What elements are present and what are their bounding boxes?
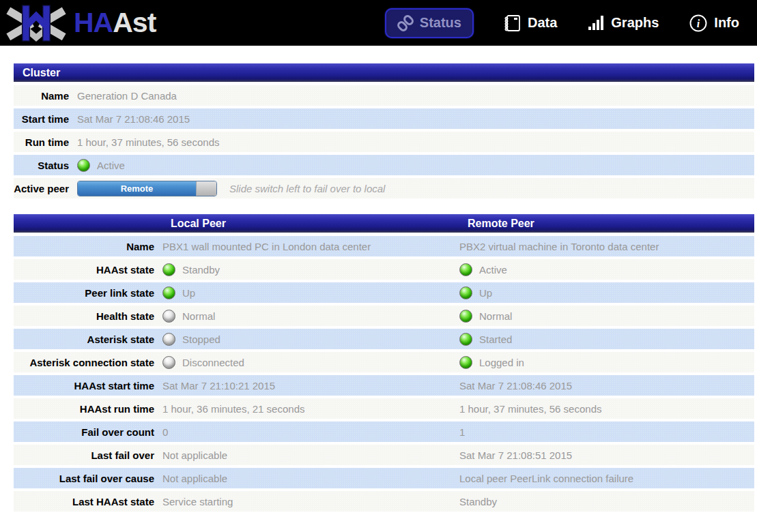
- cluster-start-time-value: Sat Mar 7 21:08:46 2015: [77, 113, 190, 125]
- remote-peer-cell: Standby: [459, 496, 754, 507]
- local-peer-cell: Stopped: [162, 333, 459, 346]
- local-peer-value: Normal: [182, 310, 215, 322]
- slide-switch-track: Remote: [78, 181, 196, 196]
- local-peer-column-header: Local Peer: [171, 214, 226, 233]
- remote-peer-value: Standby: [459, 496, 497, 507]
- local-peer-value: Not applicable: [162, 473, 227, 484]
- switch-hint-text: Slide switch left to fail over to local: [229, 183, 385, 194]
- cluster-title: Cluster: [23, 67, 60, 79]
- nav-tab-graphs[interactable]: Graphs: [587, 14, 659, 32]
- table-row: HAAst start time Sat Mar 7 21:10:21 2015…: [14, 375, 754, 396]
- local-peer-cell: Disconnected: [162, 356, 459, 369]
- row-label: Name: [14, 90, 77, 102]
- remote-peer-cell: 1 hour, 37 minutes, 56 seconds: [459, 403, 754, 415]
- local-peer-value: Not applicable: [162, 449, 227, 461]
- local-peer-cell: Standby: [162, 263, 459, 276]
- table-row: Name PBX1 wall mounted PC in London data…: [14, 236, 754, 256]
- status-led-icon: [459, 286, 472, 299]
- remote-peer-value: Sat Mar 7 21:08:46 2015: [459, 380, 572, 391]
- table-row: Name Generation D Canada: [14, 85, 754, 106]
- row-label: Active peer: [14, 183, 77, 194]
- nav-tab-label: Graphs: [611, 15, 659, 31]
- cluster-name-value: Generation D Canada: [77, 90, 177, 102]
- table-row: Last HAAst state Service starting Standb…: [14, 491, 754, 512]
- table-row: Start time Sat Mar 7 21:08:46 2015: [14, 108, 754, 129]
- local-peer-value: Disconnected: [182, 357, 244, 368]
- link-icon: [397, 15, 414, 31]
- nav-tab-label: Status: [420, 15, 461, 31]
- row-label: HAAst run time: [14, 403, 162, 415]
- status-text: Active: [97, 160, 125, 171]
- brand-text-silver: Ast: [113, 7, 156, 38]
- cluster-active-peer-value: Remote Slide switch left to fail over to…: [77, 181, 385, 196]
- peer-table-body: Name PBX1 wall mounted PC in London data…: [14, 236, 754, 512]
- haast-asterisk-logo-icon: [4, 2, 68, 44]
- cluster-section-header: Cluster: [14, 63, 754, 82]
- remote-peer-cell: 1: [459, 426, 754, 438]
- row-label: Last fail over: [14, 449, 162, 461]
- slide-switch-handle[interactable]: [196, 181, 216, 196]
- nav-tab-data[interactable]: Data: [504, 14, 557, 33]
- status-led-icon: [162, 286, 175, 299]
- row-label: Name: [14, 241, 162, 252]
- local-peer-value: Sat Mar 7 21:10:21 2015: [162, 380, 275, 391]
- table-row: Run time 1 hour, 37 minutes, 56 seconds: [14, 132, 754, 152]
- remote-peer-cell: PBX2 virtual machine in Toronto data cen…: [459, 241, 754, 252]
- status-led-icon: [77, 159, 90, 172]
- row-label: Asterisk connection state: [14, 357, 162, 368]
- local-peer-cell: Normal: [162, 310, 459, 323]
- table-row: Asterisk state Stopped Started: [14, 329, 754, 349]
- status-led-icon: [162, 333, 175, 346]
- local-peer-cell: Not applicable: [162, 449, 459, 461]
- remote-peer-cell: Up: [459, 286, 754, 299]
- table-row: HAAst state Standby Active: [14, 259, 754, 280]
- table-row: Status Active: [14, 155, 754, 175]
- nav-tab-label: Info: [714, 15, 739, 31]
- app-logo: HAAst: [4, 2, 156, 44]
- local-peer-cell: PBX1 wall mounted PC in London data cent…: [162, 241, 459, 252]
- row-label: HAAst state: [14, 264, 162, 276]
- notebook-icon: [504, 14, 522, 33]
- status-led-icon: [459, 333, 472, 346]
- slide-switch-label: Remote: [121, 183, 154, 194]
- local-peer-value: 1 hour, 36 minutes, 21 seconds: [162, 403, 304, 415]
- nav-tab-status[interactable]: Status: [385, 8, 474, 38]
- remote-peer-cell: Logged in: [459, 356, 754, 369]
- active-peer-slide-switch[interactable]: Remote: [77, 181, 217, 196]
- top-bar: HAAst Status Data: [0, 0, 757, 46]
- table-row: Fail over count 0 1: [14, 422, 754, 442]
- remote-peer-value: Logged in: [479, 357, 524, 368]
- local-peer-value: Stopped: [182, 334, 220, 345]
- remote-peer-value: Started: [479, 334, 512, 345]
- local-peer-cell: Up: [162, 286, 459, 299]
- local-peer-cell: Sat Mar 7 21:10:21 2015: [162, 380, 459, 391]
- peers-section: Local Peer Remote Peer Name PBX1 wall mo…: [14, 214, 754, 512]
- remote-peer-value: Active: [479, 264, 507, 276]
- table-row: Last fail over Not applicable Sat Mar 7 …: [14, 445, 754, 465]
- remote-peer-cell: Sat Mar 7 21:08:46 2015: [459, 380, 754, 391]
- table-row: Peer link state Up Up: [14, 282, 754, 303]
- table-row: HAAst run time 1 hour, 36 minutes, 21 se…: [14, 398, 754, 419]
- table-row: Last fail over cause Not applicable Loca…: [14, 468, 754, 488]
- local-peer-value: Up: [182, 287, 195, 299]
- row-label: Fail over count: [14, 426, 162, 438]
- row-label: Start time: [14, 113, 77, 125]
- table-row: Health state Normal Normal: [14, 306, 754, 326]
- remote-peer-cell: Active: [459, 263, 754, 276]
- local-peer-value: PBX1 wall mounted PC in London data cent…: [162, 241, 371, 252]
- peers-section-header: Local Peer Remote Peer: [14, 214, 754, 233]
- row-label: Run time: [14, 136, 77, 148]
- row-label: Status: [14, 160, 77, 171]
- svg-text:i: i: [697, 18, 700, 29]
- remote-peer-value: Up: [479, 287, 492, 299]
- nav-tab-info[interactable]: i Info: [689, 14, 739, 33]
- local-peer-value: Standby: [182, 264, 220, 276]
- remote-peer-column-header: Remote Peer: [468, 214, 534, 233]
- local-peer-cell: Service starting: [162, 496, 459, 507]
- status-led-icon: [459, 356, 472, 369]
- remote-peer-value: Local peer PeerLink connection failure: [459, 473, 633, 484]
- local-peer-cell: 0: [162, 426, 459, 438]
- status-led-icon: [162, 356, 175, 369]
- remote-peer-cell: Normal: [459, 310, 754, 323]
- row-label: Last HAAst state: [14, 496, 162, 507]
